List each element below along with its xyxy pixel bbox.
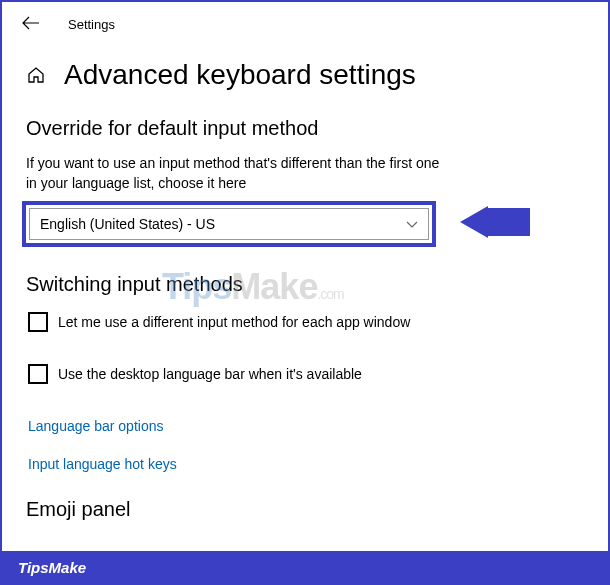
svg-marker-0 bbox=[460, 206, 488, 238]
svg-rect-1 bbox=[488, 214, 528, 230]
per-app-input-checkbox[interactable] bbox=[28, 312, 48, 332]
dropdown-value: English (United States) - US bbox=[40, 216, 215, 232]
desktop-language-bar-label: Use the desktop language bar when it's a… bbox=[58, 366, 362, 382]
dropdown-highlight: English (United States) - US bbox=[22, 201, 436, 247]
input-method-dropdown[interactable]: English (United States) - US bbox=[29, 208, 429, 240]
annotation-arrow-icon bbox=[460, 202, 530, 246]
input-language-hotkeys-link[interactable]: Input language hot keys bbox=[2, 456, 608, 472]
override-heading: Override for default input method bbox=[2, 91, 608, 140]
back-arrow-icon[interactable] bbox=[22, 14, 40, 35]
emoji-heading: Emoji panel bbox=[2, 472, 608, 521]
chevron-down-icon bbox=[406, 215, 418, 233]
footer-bar: TipsMake bbox=[2, 551, 608, 583]
switching-heading: Switching input methods bbox=[2, 247, 608, 296]
home-icon[interactable] bbox=[26, 65, 46, 85]
footer-text: TipsMake bbox=[18, 559, 86, 576]
settings-breadcrumb: Settings bbox=[68, 17, 115, 32]
per-app-input-label: Let me use a different input method for … bbox=[58, 314, 410, 330]
override-description: If you want to use an input method that'… bbox=[2, 140, 472, 193]
page-title: Advanced keyboard settings bbox=[64, 59, 416, 91]
language-bar-options-link[interactable]: Language bar options bbox=[2, 418, 608, 434]
desktop-language-bar-checkbox[interactable] bbox=[28, 364, 48, 384]
